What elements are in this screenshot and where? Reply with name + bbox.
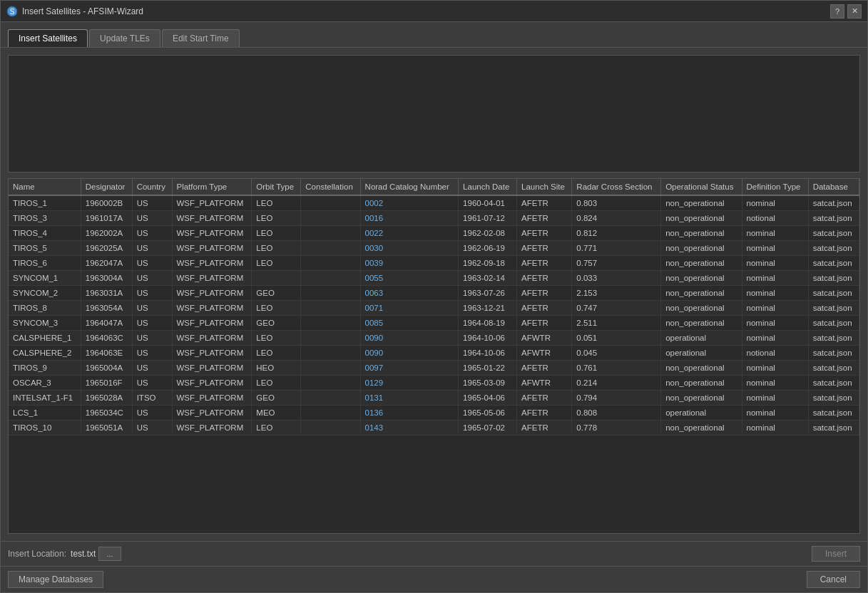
preview-box — [8, 55, 860, 172]
table-row[interactable]: CALSPHERE_21964063EUSWSF_PLATFORMLEO0090… — [9, 346, 859, 361]
footer-bar: Manage Databases Cancel — [1, 566, 867, 592]
col-orbit-type: Orbit Type — [252, 179, 301, 195]
table-row[interactable]: TIROS_11960002BUSWSF_PLATFORMLEO00021960… — [9, 195, 859, 211]
tabs-bar: Insert Satellites Update TLEs Edit Start… — [1, 22, 867, 48]
table-row[interactable]: SYNCOM_31964047AUSWSF_PLATFORMGEO0085196… — [9, 316, 859, 331]
table-row[interactable]: LCS_11965034CUSWSF_PLATFORMMEO01361965-0… — [9, 406, 859, 421]
tab-edit-start-time[interactable]: Edit Start Time — [162, 29, 240, 47]
content-area: Name Designator Country Platform Type Or… — [1, 48, 867, 541]
title-bar: S Insert Satellites - AFSIM-Wizard ? ✕ — [1, 1, 867, 22]
table-row[interactable]: SYNCOM_21963031AUSWSF_PLATFORMGEO0063196… — [9, 286, 859, 301]
col-constellation: Constellation — [301, 179, 360, 195]
col-launch-date: Launch Date — [459, 179, 517, 195]
window-title: Insert Satellites - AFSIM-Wizard — [22, 6, 830, 16]
satellites-table: Name Designator Country Platform Type Or… — [9, 179, 859, 435]
table-row[interactable]: TIROS_41962002AUSWSF_PLATFORMLEO00221962… — [9, 226, 859, 241]
cancel-button[interactable]: Cancel — [807, 571, 860, 588]
table-row[interactable]: TIROS_101965051AUSWSF_PLATFORMLEO0143196… — [9, 421, 859, 435]
col-database: Database — [808, 179, 859, 195]
insert-location-value: test.txt — [71, 549, 96, 559]
col-norad: Norad Catalog Number — [360, 179, 459, 195]
close-button[interactable]: ✕ — [847, 4, 862, 19]
table-row[interactable]: CALSPHERE_11964063CUSWSF_PLATFORMLEO0090… — [9, 331, 859, 346]
col-def-type: Definition Type — [742, 179, 808, 195]
table-row[interactable]: TIROS_81963054AUSWSF_PLATFORMLEO00711963… — [9, 301, 859, 316]
col-launch-site: Launch Site — [517, 179, 572, 195]
table-row[interactable]: TIROS_51962025AUSWSF_PLATFORMLEO00301962… — [9, 241, 859, 256]
manage-databases-button[interactable]: Manage Databases — [8, 571, 103, 588]
col-op-status: Operational Status — [661, 179, 742, 195]
table-row[interactable]: TIROS_61962047AUSWSF_PLATFORMLEO00391962… — [9, 256, 859, 271]
table-row[interactable]: TIROS_91965004AUSWSF_PLATFORMHEO00971965… — [9, 361, 859, 376]
window-controls: ? ✕ — [830, 4, 862, 19]
col-country: Country — [132, 179, 172, 195]
table-row[interactable]: OSCAR_31965016FUSWSF_PLATFORMLEO01291965… — [9, 376, 859, 391]
app-icon: S — [6, 6, 18, 17]
tab-insert-satellites[interactable]: Insert Satellites — [8, 29, 88, 47]
browse-button[interactable]: ... — [98, 547, 121, 561]
table-body: TIROS_11960002BUSWSF_PLATFORMLEO00021960… — [9, 195, 859, 435]
insert-location-label: Insert Location: — [8, 549, 66, 559]
col-rcs: Radar Cross Section — [572, 179, 661, 195]
table-row[interactable]: INTELSAT_1-F11965028AITSOWSF_PLATFORMGEO… — [9, 391, 859, 406]
col-designator: Designator — [81, 179, 132, 195]
col-name: Name — [9, 179, 81, 195]
tab-update-tles[interactable]: Update TLEs — [89, 29, 160, 47]
table-container[interactable]: Name Designator Country Platform Type Or… — [8, 178, 860, 534]
table-row[interactable]: SYNCOM_11963004AUSWSF_PLATFORM00551963-0… — [9, 271, 859, 286]
insert-button[interactable]: Insert — [812, 546, 860, 562]
table-row[interactable]: TIROS_31961017AUSWSF_PLATFORMLEO00161961… — [9, 211, 859, 226]
main-window: S Insert Satellites - AFSIM-Wizard ? ✕ I… — [0, 0, 868, 593]
bottom-bar: Insert Location: test.txt ... Insert — [1, 541, 867, 566]
svg-text:S: S — [10, 8, 15, 16]
table-header-row: Name Designator Country Platform Type Or… — [9, 179, 859, 195]
col-platform-type: Platform Type — [172, 179, 252, 195]
help-button[interactable]: ? — [830, 4, 844, 19]
